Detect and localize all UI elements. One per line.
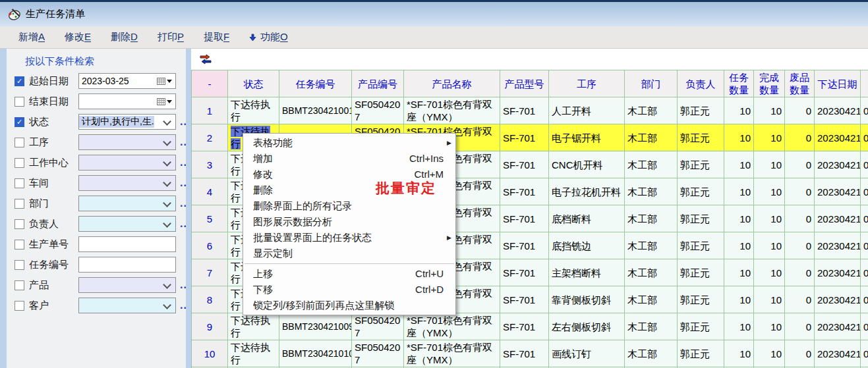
- cell-issue-date[interactable]: 20230421: [815, 313, 861, 340]
- cell-status[interactable]: 下达待执行: [228, 97, 279, 124]
- cell-scrap-qty[interactable]: 0: [785, 259, 815, 286]
- cell-status[interactable]: 下达待执行: [228, 313, 279, 340]
- cell-task-qty[interactable]: 10: [724, 259, 754, 286]
- column-header-product-model[interactable]: 产品型号: [500, 70, 549, 97]
- cell-extra[interactable]: 0: [861, 340, 868, 367]
- column-header-department[interactable]: 部门: [625, 70, 678, 97]
- cell-department[interactable]: 木工部: [625, 97, 678, 124]
- column-header-product-code[interactable]: 产品编号: [352, 70, 404, 97]
- cell-issue-date[interactable]: 20230421: [815, 178, 861, 205]
- combo-product[interactable]: [78, 277, 176, 293]
- cell-status[interactable]: 下达待执行: [228, 340, 279, 367]
- cell-issue-date[interactable]: 20230421: [815, 232, 861, 259]
- cell-product-model[interactable]: SF-701: [500, 124, 549, 151]
- cell-row-selector[interactable]: 5: [192, 205, 228, 232]
- cell-department[interactable]: 木工部: [625, 232, 678, 259]
- column-header-extra[interactable]: [861, 70, 868, 97]
- cell-extra[interactable]: 0: [861, 286, 868, 313]
- cell-task-no[interactable]: BBMT230421009: [279, 313, 352, 340]
- checkbox-customer[interactable]: [14, 301, 24, 311]
- text-input-production-order-no[interactable]: [78, 236, 176, 252]
- cell-product-model[interactable]: SF-701: [500, 313, 549, 340]
- cell-department[interactable]: 木工部: [625, 340, 678, 367]
- column-header-row-selector[interactable]: -: [192, 70, 228, 97]
- cell-person[interactable]: 郭正元: [678, 124, 724, 151]
- checkbox-product[interactable]: [14, 280, 24, 290]
- cell-product-name[interactable]: *SF-701棕色有背双座（YMX）: [404, 97, 500, 124]
- sidebar-splitter[interactable]: [186, 49, 191, 368]
- cell-person[interactable]: 郭正元: [678, 340, 724, 367]
- cell-process[interactable]: 电子锯开料: [549, 124, 625, 151]
- checkbox-workshop[interactable]: [14, 178, 24, 188]
- combo-process[interactable]: [78, 134, 176, 150]
- combo-department[interactable]: [78, 196, 176, 211]
- column-header-status[interactable]: 状态: [228, 70, 279, 97]
- cell-row-selector[interactable]: 1: [192, 97, 228, 124]
- calendar-icon[interactable]: [157, 77, 165, 85]
- cell-task-qty[interactable]: 10: [724, 232, 754, 259]
- cell-extra[interactable]: 0: [861, 151, 868, 178]
- toolbar-item-new[interactable]: 新增A: [18, 31, 45, 43]
- cell-department[interactable]: 木工部: [625, 205, 678, 232]
- cell-done-qty[interactable]: 10: [754, 313, 785, 340]
- column-header-product-name[interactable]: 产品名称: [404, 70, 500, 97]
- cell-product-model[interactable]: SF-701: [500, 205, 549, 232]
- cell-product-name[interactable]: *SF-701棕色有背双座（YMX）: [404, 340, 500, 367]
- checkbox-process[interactable]: [14, 138, 24, 147]
- dropdown-arrow-icon[interactable]: [167, 100, 172, 103]
- combo-workshop[interactable]: [78, 175, 176, 191]
- cell-task-no[interactable]: BBMT230421010: [279, 340, 352, 367]
- cell-row-selector[interactable]: 6: [192, 232, 228, 259]
- cell-product-name[interactable]: *SF-701棕色有背双座（YMX）: [404, 313, 500, 340]
- toolbar-item-modify[interactable]: 修改E: [65, 31, 91, 43]
- cell-process[interactable]: 底档断料: [549, 205, 625, 232]
- cell-extra[interactable]: 0: [861, 313, 868, 340]
- column-header-issue-date[interactable]: 下达日期: [815, 70, 861, 97]
- cell-done-qty[interactable]: 10: [754, 259, 785, 286]
- combo-person-in-charge[interactable]: [78, 216, 176, 232]
- cell-scrap-qty[interactable]: 0: [785, 124, 815, 151]
- calendar-icon[interactable]: [157, 97, 165, 105]
- cell-row-selector[interactable]: 3: [192, 151, 228, 178]
- cell-scrap-qty[interactable]: 0: [785, 313, 815, 340]
- cell-issue-date[interactable]: 20230421: [815, 259, 861, 286]
- cell-process[interactable]: 主架档断料: [549, 259, 625, 286]
- cell-extra[interactable]: 0: [861, 97, 868, 124]
- cell-task-qty[interactable]: 10: [724, 124, 754, 151]
- cell-extra[interactable]: 0: [861, 178, 868, 205]
- combo-work-center[interactable]: [78, 155, 176, 171]
- menu-item-delete-all-records[interactable]: 删除界面上的所有记录: [243, 198, 455, 214]
- cell-department[interactable]: 木工部: [625, 259, 678, 286]
- cell-row-selector[interactable]: 2: [192, 124, 228, 151]
- menu-item-display-customize[interactable]: 显示定制: [243, 246, 455, 261]
- cell-person[interactable]: 郭正元: [678, 178, 724, 205]
- date-input-end-date[interactable]: [78, 93, 176, 109]
- cell-scrap-qty[interactable]: 0: [785, 205, 815, 232]
- cell-extra[interactable]: 0: [861, 124, 868, 151]
- cell-process[interactable]: 左右侧板切斜: [549, 313, 625, 340]
- cell-task-qty[interactable]: 10: [724, 286, 754, 313]
- cell-product-code[interactable]: SF0504207: [352, 97, 404, 124]
- date-input-start-date[interactable]: 2023-03-25: [78, 73, 176, 89]
- cell-row-selector[interactable]: 9: [192, 313, 228, 340]
- cell-department[interactable]: 木工部: [625, 124, 678, 151]
- cell-task-qty[interactable]: 10: [724, 313, 754, 340]
- cell-process[interactable]: CNC机开料: [549, 151, 625, 178]
- cell-task-qty[interactable]: 10: [724, 151, 754, 178]
- menu-item-graph-data-analysis[interactable]: 图形展示数据分析: [243, 214, 455, 230]
- checkbox-status[interactable]: ✓: [14, 117, 24, 127]
- toolbar-item-extract[interactable]: 提取F: [204, 31, 229, 43]
- cell-department[interactable]: 木工部: [625, 313, 678, 340]
- toolbar-item-function[interactable]: 功能O: [249, 31, 288, 43]
- cell-done-qty[interactable]: 10: [754, 205, 785, 232]
- cell-person[interactable]: 郭正元: [678, 151, 724, 178]
- toolbar-item-print[interactable]: 打印P: [158, 31, 184, 43]
- cell-done-qty[interactable]: 10: [754, 124, 785, 151]
- cell-person[interactable]: 郭正元: [678, 232, 724, 259]
- cell-product-model[interactable]: SF-701: [500, 286, 549, 313]
- cell-row-selector[interactable]: 10: [192, 340, 228, 367]
- cell-extra[interactable]: 0: [861, 259, 868, 286]
- combo-customer[interactable]: [78, 298, 176, 313]
- cell-scrap-qty[interactable]: 0: [785, 286, 815, 313]
- cell-product-model[interactable]: SF-701: [500, 259, 549, 286]
